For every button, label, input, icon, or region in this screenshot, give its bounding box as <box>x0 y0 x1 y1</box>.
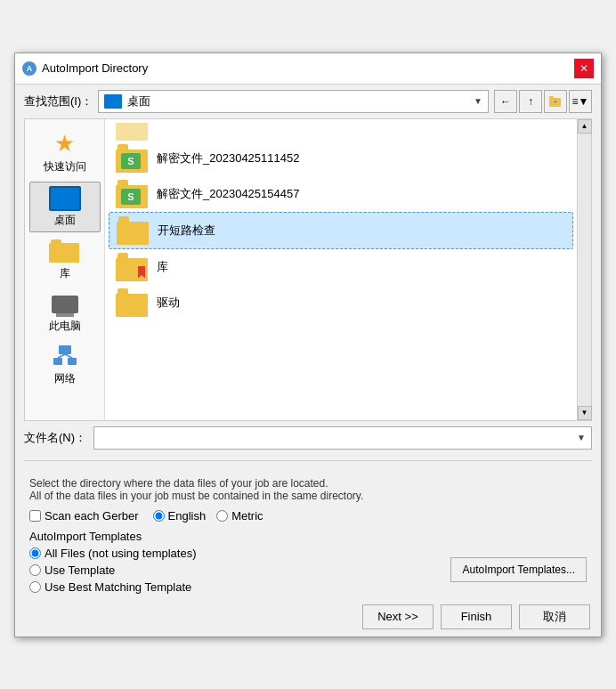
desktop-icon-small <box>104 94 122 109</box>
folder-green-icon: S <box>116 144 148 173</box>
file-name-4: 库 <box>157 259 168 275</box>
templates-row: All Files (not using templates) Use Temp… <box>29 547 587 594</box>
folder-overlay: S <box>121 153 141 169</box>
dialog-title: AutoImport Directory <box>42 61 148 75</box>
view-button[interactable]: ≡▼ <box>569 90 592 113</box>
sidebar-desktop-label: 桌面 <box>54 213 76 228</box>
file-item-library[interactable]: 库 <box>109 249 573 285</box>
folder-plain-icon <box>117 216 149 245</box>
autoimport-dialog: A AutoImport Directory ✕ 查找范围(I)： 桌面 ▼ ←… <box>14 53 602 637</box>
file-list[interactable]: S 解密文件_20230425111452 S 解密文件_20230425154… <box>105 119 577 420</box>
svg-text:+: + <box>554 99 557 105</box>
svg-rect-3 <box>59 345 71 354</box>
close-button[interactable]: ✕ <box>574 59 594 78</box>
use-template-text: Use Template <box>45 563 115 577</box>
toolbar: 查找范围(I)： 桌面 ▼ ← ↑ + ≡▼ <box>15 85 601 118</box>
back-button[interactable]: ← <box>494 90 517 113</box>
english-text: English <box>168 509 207 523</box>
pc-monitor <box>52 296 78 313</box>
templates-section-label: AutoImport Templates <box>29 530 587 543</box>
english-radio[interactable] <box>153 510 165 522</box>
metric-text: Metric <box>231 509 263 523</box>
scroll-down-button[interactable]: ▼ <box>578 406 592 420</box>
sidebar-item-network[interactable]: 网络 <box>29 341 101 390</box>
finish-button[interactable]: Finish <box>441 604 512 629</box>
folder-green-icon-2: S <box>116 180 148 208</box>
pc-base <box>56 313 74 317</box>
folder-bookmark-icon <box>116 253 148 281</box>
use-best-radio[interactable] <box>29 581 41 593</box>
all-files-radio[interactable] <box>29 547 41 559</box>
metric-radio[interactable] <box>216 510 228 522</box>
folder-overlay-2: S <box>121 189 141 205</box>
scan-gerber-checkbox[interactable] <box>29 510 41 522</box>
look-in-combo[interactable]: 桌面 ▼ <box>98 90 489 113</box>
new-folder-button[interactable]: + <box>544 90 567 113</box>
sidebar-network-label: 网络 <box>54 371 76 386</box>
desktop-icon <box>49 186 81 211</box>
titlebar: A AutoImport Directory ✕ <box>15 53 601 85</box>
folder-icon <box>49 239 81 264</box>
sidebar-quick-label: 快速访问 <box>44 159 86 174</box>
app-icon: A <box>22 61 36 76</box>
folder-plain-icon-2 <box>116 288 148 317</box>
scan-gerber-label[interactable]: Scan each Gerber <box>29 509 139 523</box>
all-files-label[interactable]: All Files (not using templates) <box>29 547 197 560</box>
use-best-label[interactable]: Use Best Matching Template <box>29 580 197 594</box>
svg-rect-5 <box>68 358 77 365</box>
file-item-drive[interactable]: 驱动 <box>109 285 573 320</box>
options-row: Scan each Gerber English Metric <box>15 506 601 526</box>
up-button[interactable]: ↑ <box>519 90 542 113</box>
divider-1 <box>24 460 592 461</box>
sidebar-library-label: 库 <box>60 266 70 281</box>
look-in-label: 查找范围(I)： <box>24 93 93 109</box>
info-line2: All of the data files in your job must b… <box>29 490 587 502</box>
unit-radio-group: English Metric <box>153 509 263 523</box>
filename-input[interactable]: ▼ <box>93 426 592 450</box>
sidebar-item-pc[interactable]: 此电脑 <box>29 288 101 337</box>
cancel-button[interactable]: 取消 <box>519 604 590 629</box>
all-files-text: All Files (not using templates) <box>45 547 197 560</box>
toolbar-buttons: ← ↑ + ≡▼ <box>494 90 592 113</box>
look-in-value: 桌面 <box>127 93 150 109</box>
metric-label[interactable]: Metric <box>216 509 263 523</box>
english-label[interactable]: English <box>153 509 207 523</box>
templates-section: AutoImport Templates All Files (not usin… <box>15 526 601 597</box>
filename-row: 文件名(N)： ▼ <box>15 421 601 455</box>
filename-label: 文件名(N)： <box>24 430 86 446</box>
partial-folder-icon <box>116 123 148 141</box>
new-folder-icon: + <box>549 95 562 108</box>
info-section: Select the directory where the data file… <box>15 466 601 506</box>
file-item[interactable]: S 解密文件_20230425154457 <box>109 176 573 212</box>
file-name-3: 开短路检查 <box>158 223 215 239</box>
use-template-label[interactable]: Use Template <box>29 563 197 577</box>
network-icon <box>49 344 81 369</box>
svg-line-6 <box>58 354 65 358</box>
svg-rect-4 <box>53 358 62 365</box>
bottom-buttons: Next >> Finish 取消 <box>15 597 601 636</box>
templates-left: All Files (not using templates) Use Temp… <box>29 547 197 594</box>
sidebar-item-library[interactable]: 库 <box>29 236 101 285</box>
file-item-selected[interactable]: 开短路检查 <box>109 212 573 249</box>
scrollbar[interactable]: ▲ ▼ <box>577 119 591 420</box>
file-name: 解密文件_20230425111452 <box>157 150 299 166</box>
use-best-text: Use Best Matching Template <box>45 580 191 594</box>
scroll-track <box>579 134 591 406</box>
autoimport-templates-button[interactable]: AutoImport Templates... <box>450 557 587 582</box>
pc-icon <box>49 292 81 317</box>
file-item-partial[interactable] <box>109 123 573 141</box>
folder-base-5 <box>116 294 148 317</box>
combo-arrow: ▼ <box>474 96 482 106</box>
file-name-5: 驱动 <box>157 295 180 311</box>
sidebar-item-desktop[interactable]: 桌面 <box>29 182 101 232</box>
use-template-radio[interactable] <box>29 564 41 576</box>
sidebar-item-quick-access[interactable]: ★ 快速访问 <box>29 126 101 178</box>
star-icon: ★ <box>54 130 75 158</box>
filename-arrow: ▼ <box>577 433 586 442</box>
next-button[interactable]: Next >> <box>362 604 434 629</box>
scan-gerber-text: Scan each Gerber <box>45 509 139 523</box>
titlebar-left: A AutoImport Directory <box>22 61 148 76</box>
file-item[interactable]: S 解密文件_20230425111452 <box>109 141 573 176</box>
svg-line-7 <box>65 354 72 358</box>
scroll-up-button[interactable]: ▲ <box>578 119 592 134</box>
